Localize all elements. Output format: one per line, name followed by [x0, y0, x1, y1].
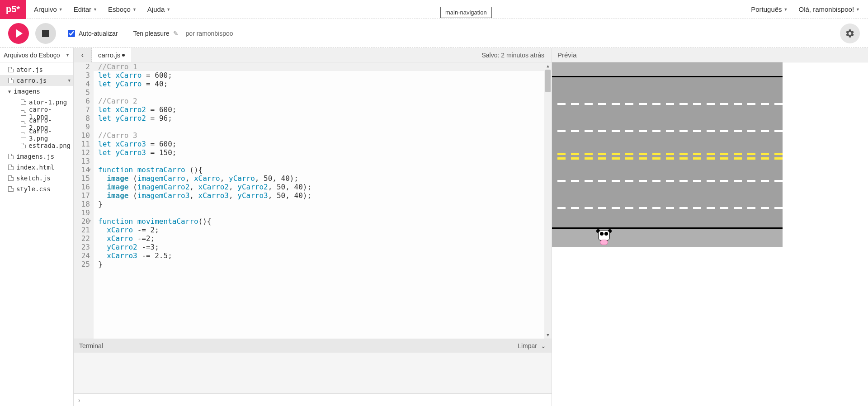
- terminal-input[interactable]: ›: [74, 393, 552, 406]
- settings-button[interactable]: [840, 24, 860, 43]
- menu-esboco[interactable]: Esboço▼: [108, 5, 137, 13]
- svg-rect-1: [42, 30, 49, 37]
- file-icon: [8, 165, 14, 170]
- main-navigation-tag: main-navigation: [440, 7, 492, 18]
- file-icon: [8, 78, 14, 83]
- top-navigation: p5* Arquivo▼ Editar▼ Esboço▼ Ajuda▼ main…: [0, 0, 868, 19]
- file-icon: [8, 186, 14, 192]
- scroll-down-icon[interactable]: ▼: [544, 331, 552, 339]
- file-tab-name: carro.js: [98, 51, 120, 59]
- file-item[interactable]: style.css: [0, 184, 73, 194]
- file-icon: [21, 143, 26, 148]
- file-item[interactable]: index.html: [0, 162, 73, 173]
- file-icon: [8, 154, 14, 159]
- preview-canvas: [552, 62, 868, 406]
- dirty-indicator-icon: [122, 54, 125, 57]
- language-selector[interactable]: Português▼: [751, 5, 788, 13]
- stop-button[interactable]: [35, 23, 56, 44]
- code-content[interactable]: //Carro 1let xCarro = 600;let yCarro = 4…: [94, 62, 552, 339]
- chevron-down-icon: ▼: [8, 89, 13, 94]
- chevron-down-icon: ▼: [66, 53, 70, 57]
- file-item[interactable]: estrada.png: [0, 140, 73, 151]
- user-menu[interactable]: Olá, ramonbispoo!▼: [799, 5, 860, 13]
- chevron-down-icon: ▼: [856, 7, 860, 12]
- preview-header: Prévia: [552, 48, 868, 62]
- sidebar-header[interactable]: Arquivos do Esboço▼: [0, 48, 73, 62]
- file-item[interactable]: carro-3.png: [0, 129, 73, 140]
- file-tree: ator.jscarro.js▼▼imagensator-1.pngcarro-…: [0, 62, 73, 196]
- scroll-up-icon[interactable]: ▲: [544, 62, 552, 70]
- file-sidebar: Arquivos do Esboço▼ ator.jscarro.js▼▼ima…: [0, 48, 74, 406]
- folder-item[interactable]: ▼imagens: [0, 86, 73, 97]
- sketch-name[interactable]: Ten pleasure: [133, 30, 169, 37]
- stop-icon: [42, 30, 49, 37]
- terminal-panel: Terminal Limpar ⌄ ›: [74, 339, 552, 406]
- terminal-header: Terminal Limpar ⌄: [74, 339, 552, 353]
- chevron-down-icon: ▼: [784, 7, 788, 12]
- file-icon: [21, 110, 26, 116]
- menu-ajuda[interactable]: Ajuda▼: [147, 5, 170, 13]
- menu-arquivo[interactable]: Arquivo▼: [34, 5, 63, 13]
- auto-refresh-checkbox[interactable]: [68, 30, 75, 37]
- scrollbar-thumb[interactable]: [545, 70, 551, 92]
- code-editor[interactable]: 234567891011121314▼151617181920▼21222324…: [74, 62, 552, 339]
- file-item[interactable]: imagens.js: [0, 151, 73, 162]
- auto-refresh-label: Auto-atualizar: [79, 30, 118, 37]
- chevron-down-icon: ▼: [166, 7, 170, 12]
- file-icon: [21, 121, 26, 127]
- chevron-down-icon[interactable]: ⌄: [541, 342, 546, 349]
- editor-header: ‹ carro.js Salvo: 2 minutos atrás: [74, 48, 552, 62]
- sketch-author: por ramonbispoo: [186, 30, 233, 37]
- chevron-down-icon: ▼: [132, 7, 137, 12]
- chevron-down-icon: ▼: [68, 78, 71, 83]
- chevron-down-icon: ▼: [93, 7, 97, 12]
- menu-bar: Arquivo▼ Editar▼ Esboço▼ Ajuda▼: [34, 5, 170, 13]
- file-icon: [21, 132, 26, 137]
- toolbar: Auto-atualizar Ten pleasure ✎ por ramonb…: [0, 19, 868, 48]
- vertical-scrollbar[interactable]: ▲ ▼: [544, 62, 552, 339]
- play-icon: [15, 29, 24, 38]
- road-scene: [552, 62, 783, 247]
- preview-panel: Prévia: [552, 48, 868, 406]
- pencil-icon[interactable]: ✎: [173, 30, 179, 37]
- gear-icon: [845, 28, 855, 38]
- collapse-sidebar-button[interactable]: ‹: [74, 48, 92, 62]
- play-button[interactable]: [8, 23, 29, 44]
- file-item[interactable]: ator.js: [0, 64, 73, 75]
- file-item[interactable]: sketch.js: [0, 173, 73, 184]
- auto-refresh-toggle[interactable]: Auto-atualizar: [68, 30, 118, 37]
- terminal-clear-button[interactable]: Limpar: [518, 342, 537, 349]
- menu-editar[interactable]: Editar▼: [74, 5, 97, 13]
- editor-area: ‹ carro.js Salvo: 2 minutos atrás 234567…: [74, 48, 552, 406]
- file-icon: [8, 67, 14, 72]
- p5-logo[interactable]: p5*: [0, 0, 26, 19]
- terminal-label: Terminal: [79, 342, 103, 349]
- chevron-down-icon: ▼: [59, 7, 63, 12]
- terminal-output: [74, 353, 552, 393]
- save-status: Salvo: 2 minutos atrás: [481, 52, 552, 59]
- file-tab[interactable]: carro.js: [92, 48, 131, 62]
- actor-sprite: [597, 231, 611, 244]
- line-gutter: 234567891011121314▼151617181920▼21222324…: [74, 62, 94, 339]
- file-icon: [21, 99, 26, 105]
- svg-marker-0: [16, 29, 23, 38]
- file-icon: [8, 175, 14, 181]
- file-item[interactable]: carro.js▼: [0, 75, 73, 86]
